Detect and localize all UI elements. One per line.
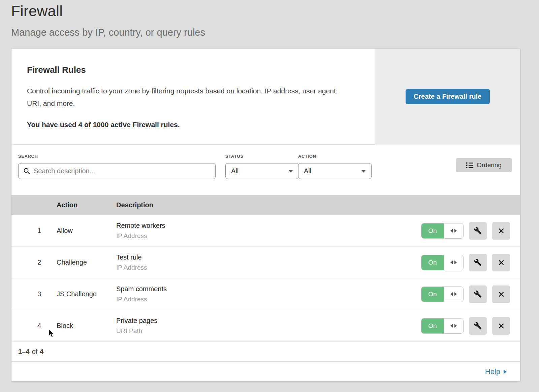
card-footer: Help (11, 362, 520, 382)
rule-match-type: URI Path (116, 327, 421, 335)
toggle-on-label: On (421, 255, 444, 270)
rule-enabled-toggle[interactable]: On (421, 318, 464, 334)
rule-match-type: IP Address (116, 296, 421, 303)
rule-action: Block (57, 322, 116, 330)
rule-enabled-toggle[interactable]: On (421, 223, 464, 239)
close-icon (498, 291, 505, 298)
close-icon (498, 228, 505, 234)
delete-rule-button[interactable] (492, 254, 510, 271)
table-row: 1 Allow Remote workers IP Address On (11, 215, 520, 247)
firewall-rules-card: Firewall Rules Control incoming traffic … (11, 48, 520, 382)
pagination-of: of (32, 348, 37, 356)
toggle-handle[interactable] (444, 319, 463, 333)
left-right-arrows-icon (450, 324, 457, 328)
card-intro-section: Firewall Rules Control incoming traffic … (11, 49, 520, 145)
wrench-icon (474, 290, 482, 298)
table-row: 3 JS Challenge Spam comments IP Address … (11, 278, 520, 310)
rule-match-type: IP Address (116, 264, 421, 271)
rule-description: Private pages (116, 317, 421, 325)
rule-match-type: IP Address (116, 232, 421, 240)
wrench-icon (474, 259, 482, 266)
rule-priority: 4 (11, 322, 41, 330)
rule-description: Spam comments (116, 285, 421, 293)
action-column-header: Action (57, 201, 116, 209)
help-link-label: Help (485, 367, 500, 376)
rule-enabled-toggle[interactable]: On (421, 287, 464, 302)
action-dropdown[interactable]: All (298, 163, 372, 179)
card-description: Control incoming traffic to your zone by… (27, 85, 347, 110)
table-row: 4 Block Private pages URI Path On (11, 310, 520, 342)
page-title: Firewall (11, 3, 205, 20)
search-label: SEARCH (18, 154, 216, 159)
create-rule-panel: Create a Firewall rule (375, 49, 520, 145)
status-dropdown[interactable]: All (225, 163, 299, 179)
delete-rule-button[interactable] (492, 222, 510, 240)
toggle-on-label: On (421, 319, 444, 333)
rule-action: Allow (57, 227, 116, 235)
page-subtitle: Manage access by IP, country, or query r… (11, 27, 205, 38)
toggle-on-label: On (421, 287, 444, 302)
status-label: STATUS (225, 154, 299, 159)
close-icon (498, 323, 505, 329)
rule-priority: 2 (11, 259, 41, 266)
chevron-down-icon (361, 170, 366, 173)
page-header: Firewall Manage access by IP, country, o… (11, 3, 205, 38)
create-firewall-rule-button[interactable]: Create a Firewall rule (406, 89, 490, 104)
rule-action: Challenge (57, 259, 116, 266)
wrench-icon (474, 227, 482, 235)
rule-priority: 3 (11, 290, 41, 298)
search-input[interactable] (34, 167, 211, 175)
pagination-row: 1–4 of 4 (11, 342, 520, 362)
left-right-arrows-icon (450, 292, 457, 296)
action-selected-value: All (304, 167, 311, 175)
pagination-range: 1–4 (18, 348, 29, 356)
edit-rule-button[interactable] (469, 222, 487, 240)
toggle-handle[interactable] (444, 255, 463, 270)
help-link[interactable]: Help (485, 367, 507, 376)
table-row: 2 Challenge Test rule IP Address On (11, 247, 520, 278)
description-column-header: Description (116, 201, 520, 209)
toggle-handle[interactable] (444, 287, 463, 302)
wrench-icon (474, 322, 482, 330)
delete-rule-button[interactable] (492, 317, 510, 335)
pagination-total: 4 (40, 348, 43, 356)
card-heading: Firewall Rules (27, 65, 360, 75)
left-right-arrows-icon (450, 261, 457, 264)
toggle-on-label: On (421, 223, 444, 238)
rule-enabled-toggle[interactable]: On (421, 255, 464, 270)
rule-description: Test rule (116, 253, 421, 261)
delete-rule-button[interactable] (492, 285, 510, 303)
arrow-right-icon (504, 370, 507, 374)
rule-priority: 1 (11, 227, 41, 235)
edit-rule-button[interactable] (469, 254, 487, 271)
ordering-button[interactable]: Ordering (456, 158, 512, 172)
ordered-list-icon (466, 162, 473, 168)
status-selected-value: All (231, 167, 239, 175)
search-icon (23, 168, 30, 175)
rule-action: JS Challenge (57, 290, 116, 298)
search-box[interactable] (18, 163, 216, 179)
usage-summary: You have used 4 of 1000 active Firewall … (27, 121, 360, 129)
action-label: ACTION (298, 154, 372, 159)
edit-rule-button[interactable] (469, 285, 487, 303)
close-icon (498, 259, 505, 266)
table-header-row: Action Description (11, 195, 520, 215)
edit-rule-button[interactable] (469, 317, 487, 335)
left-right-arrows-icon (450, 229, 457, 233)
toggle-handle[interactable] (444, 223, 463, 238)
chevron-down-icon (288, 170, 293, 173)
ordering-button-label: Ordering (477, 161, 502, 169)
rule-description: Remote workers (116, 222, 421, 230)
filters-bar: SEARCH STATUS All ACTION All (11, 145, 520, 195)
